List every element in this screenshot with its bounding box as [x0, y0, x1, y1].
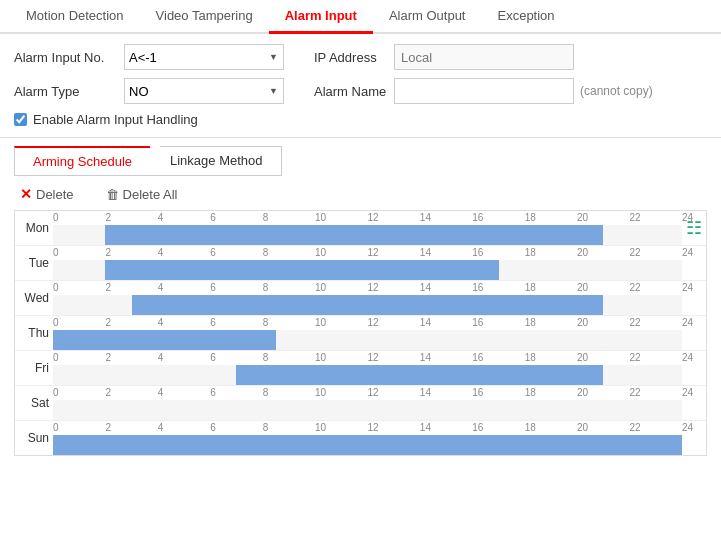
timeline-thu[interactable]: 024681012141618202224 [53, 316, 682, 350]
delete-label: Delete [36, 187, 74, 202]
sub-tabs-wrapper: Arming ScheduleLinkage Method [0, 146, 721, 176]
bar-row-sun[interactable] [53, 435, 682, 455]
bar-row-tue[interactable] [53, 260, 682, 280]
toolbar: ✕ Delete 🗑 Delete All [14, 184, 707, 204]
alarm-type-row: Alarm Type NO Alarm Name (cannot copy) [14, 78, 707, 104]
schedule-row-wed: Wed024681012141618202224 [15, 281, 706, 316]
timeline-fri[interactable]: 024681012141618202224 [53, 351, 682, 385]
day-label-fri: Fri [15, 361, 53, 375]
tab-video-tampering[interactable]: Video Tampering [140, 0, 269, 34]
day-label-wed: Wed [15, 291, 53, 305]
alarm-name-input[interactable] [394, 78, 574, 104]
main-tabs: Motion DetectionVideo TamperingAlarm Inp… [0, 0, 721, 34]
schedule-grid: Mon024681012141618202224☷Tue024681012141… [14, 210, 707, 456]
timeline-sun[interactable]: 024681012141618202224 [53, 421, 682, 455]
day-label-sun: Sun [15, 431, 53, 445]
ip-address-input[interactable] [394, 44, 574, 70]
schedule-bar[interactable] [53, 330, 276, 350]
tick-row: 024681012141618202224 [53, 246, 682, 260]
alarm-input-group: Alarm Input No. A<-1 [14, 44, 284, 70]
schedule-row-sun: Sun024681012141618202224 [15, 421, 706, 455]
tab-alarm-output[interactable]: Alarm Output [373, 0, 482, 34]
alarm-name-group: Alarm Name (cannot copy) [314, 78, 653, 104]
bar-row-thu[interactable] [53, 330, 682, 350]
tab-alarm-input[interactable]: Alarm Input [269, 0, 373, 34]
schedule-bar[interactable] [53, 435, 682, 455]
schedule-bar[interactable] [105, 260, 498, 280]
enable-checkbox-row: Enable Alarm Input Handling [14, 112, 707, 127]
bar-row-fri[interactable] [53, 365, 682, 385]
schedule-section: ✕ Delete 🗑 Delete All Mon024681012141618… [0, 176, 721, 464]
alarm-input-select[interactable]: A<-1 [124, 44, 284, 70]
schedule-bar[interactable] [105, 225, 603, 245]
timeline-mon[interactable]: 024681012141618202224 [53, 211, 682, 245]
tick-row: 024681012141618202224 [53, 386, 682, 400]
tabs-container: Motion DetectionVideo TamperingAlarm Inp… [0, 0, 721, 34]
day-label-sat: Sat [15, 396, 53, 410]
delete-all-label: Delete All [123, 187, 178, 202]
bar-row-sat[interactable] [53, 400, 682, 420]
tick-row: 024681012141618202224 [53, 316, 682, 330]
ip-address-label: IP Address [314, 50, 394, 65]
day-label-tue: Tue [15, 256, 53, 270]
form-section: Alarm Input No. A<-1 IP Address Alarm Ty… [0, 34, 721, 138]
alarm-input-select-wrapper: A<-1 [124, 44, 284, 70]
sub-tab-linkage-method[interactable]: Linkage Method [160, 146, 282, 176]
timeline-wed[interactable]: 024681012141618202224 [53, 281, 682, 315]
tick-row: 024681012141618202224 [53, 281, 682, 295]
enable-alarm-label: Enable Alarm Input Handling [33, 112, 198, 127]
bar-row-wed[interactable] [53, 295, 682, 315]
trash-icon: 🗑 [106, 187, 119, 202]
tick-row: 024681012141618202224 [53, 421, 682, 435]
schedule-row-thu: Thu024681012141618202224 [15, 316, 706, 351]
sub-tab-arming-schedule[interactable]: Arming Schedule [14, 146, 160, 176]
alarm-type-group: Alarm Type NO [14, 78, 284, 104]
delete-x-icon: ✕ [20, 186, 32, 202]
schedule-bar[interactable] [236, 365, 603, 385]
day-label-mon: Mon [15, 221, 53, 235]
day-label-thu: Thu [15, 326, 53, 340]
alarm-type-label: Alarm Type [14, 84, 124, 99]
ip-address-group: IP Address [314, 44, 574, 70]
alarm-type-select[interactable]: NO [124, 78, 284, 104]
bar-row-mon[interactable] [53, 225, 682, 245]
sub-tabs: Arming ScheduleLinkage Method [14, 146, 707, 176]
tick-row: 024681012141618202224 [53, 211, 682, 225]
alarm-input-label: Alarm Input No. [14, 50, 124, 65]
schedule-bar[interactable] [132, 295, 604, 315]
timeline-tue[interactable]: 024681012141618202224 [53, 246, 682, 280]
tab-exception[interactable]: Exception [481, 0, 570, 34]
timeline-sat[interactable]: 024681012141618202224 [53, 386, 682, 420]
schedule-row-fri: Fri024681012141618202224 [15, 351, 706, 386]
enable-alarm-checkbox[interactable] [14, 113, 27, 126]
schedule-row-mon: Mon024681012141618202224☷ [15, 211, 706, 246]
alarm-name-label: Alarm Name [314, 84, 394, 99]
schedule-row-tue: Tue024681012141618202224 [15, 246, 706, 281]
alarm-type-select-wrapper: NO [124, 78, 284, 104]
alarm-input-row: Alarm Input No. A<-1 IP Address [14, 44, 707, 70]
delete-all-button[interactable]: 🗑 Delete All [100, 185, 184, 204]
delete-button[interactable]: ✕ Delete [14, 184, 80, 204]
cannot-copy-label: (cannot copy) [580, 84, 653, 98]
tab-motion-detection[interactable]: Motion Detection [10, 0, 140, 34]
tick-row: 024681012141618202224 [53, 351, 682, 365]
schedule-row-sat: Sat024681012141618202224 [15, 386, 706, 421]
